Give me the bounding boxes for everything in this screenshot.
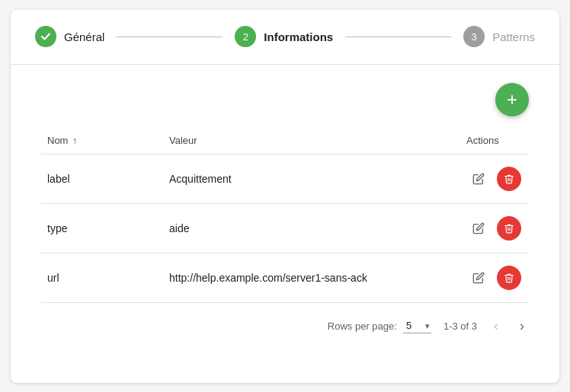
delete-button[interactable]: [497, 167, 521, 191]
step-circle-patterns: 3: [463, 26, 485, 47]
content-area: + Nom ↑ Valeur Actions labelAcquittement…: [11, 65, 559, 355]
prev-page-button[interactable]: ‹: [489, 315, 503, 337]
cell-valeur: http://help.example.com/server1-sans-ack: [163, 253, 460, 302]
col-nom-label: Nom: [47, 135, 68, 146]
rows-per-page-select[interactable]: 5 10 25: [403, 318, 431, 333]
edit-button[interactable]: [466, 266, 491, 290]
rows-per-page-label: Rows per page:: [328, 320, 397, 332]
cell-nom: label: [41, 154, 163, 203]
stepper: Général 2 Informations 3 Patterns: [11, 10, 559, 65]
step-circle-informations: 2: [235, 26, 256, 47]
step-patterns[interactable]: 3 Patterns: [463, 26, 535, 47]
step-label-general: Général: [64, 30, 104, 43]
prev-icon: ‹: [494, 318, 498, 333]
table-row: typeaide: [41, 203, 529, 253]
table-row: labelAcquittement: [41, 154, 529, 203]
step-general[interactable]: Général: [35, 26, 104, 47]
col-header-nom: Nom ↑: [41, 129, 163, 155]
plus-icon: +: [507, 89, 517, 110]
add-button[interactable]: +: [495, 83, 529, 116]
pagination: Rows per page: 5 10 25 1-3 of 3 ‹ ›: [41, 303, 529, 343]
actions-cell: [466, 216, 523, 241]
table-row: urlhttp://help.example.com/server1-sans-…: [41, 253, 529, 302]
cell-actions: [460, 154, 529, 203]
rows-per-page-group: Rows per page: 5 10 25: [328, 318, 431, 333]
actions-cell: [466, 167, 523, 191]
main-card: Général 2 Informations 3 Patterns +: [11, 10, 559, 383]
connector-2: [345, 37, 451, 37]
next-page-button[interactable]: ›: [515, 315, 529, 337]
sort-asc-icon: ↑: [72, 135, 77, 146]
add-btn-row: +: [41, 83, 529, 116]
edit-button[interactable]: [466, 167, 491, 191]
col-header-valeur: Valeur: [163, 129, 460, 155]
data-table: Nom ↑ Valeur Actions labelAcquittementty…: [41, 129, 529, 303]
next-icon: ›: [520, 318, 524, 333]
cell-valeur: Acquittement: [163, 154, 460, 203]
step-informations[interactable]: 2 Informations: [235, 26, 333, 47]
table-header-row: Nom ↑ Valeur Actions: [41, 129, 529, 155]
edit-button[interactable]: [466, 216, 491, 241]
step-circle-general: [35, 26, 56, 47]
delete-button[interactable]: [497, 266, 521, 290]
cell-nom: url: [41, 253, 163, 302]
cell-valeur: aide: [163, 203, 460, 253]
page-count: 1-3 of 3: [444, 320, 477, 332]
step-label-informations: Informations: [264, 30, 333, 43]
step-label-patterns: Patterns: [492, 30, 535, 43]
delete-button[interactable]: [497, 216, 521, 241]
actions-cell: [466, 266, 523, 290]
col-header-actions: Actions: [460, 129, 529, 155]
cell-actions: [460, 203, 529, 253]
rows-select-wrapper: 5 10 25: [403, 318, 431, 333]
cell-nom: type: [41, 203, 163, 253]
connector-1: [117, 37, 223, 37]
cell-actions: [460, 253, 529, 302]
